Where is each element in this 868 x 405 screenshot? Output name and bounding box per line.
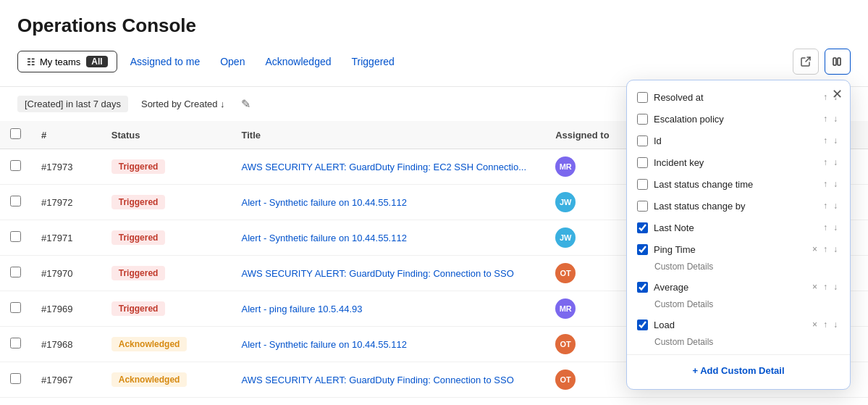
- sort-filter[interactable]: Sorted by Created ↓: [137, 96, 229, 112]
- column-picker-button[interactable]: [825, 49, 851, 75]
- popover-item: Last status change by↑↓: [627, 195, 850, 217]
- row-checkbox[interactable]: [10, 196, 21, 206]
- popover-arrows: ↑↓: [821, 135, 840, 146]
- move-up-button[interactable]: ↑: [821, 319, 830, 330]
- status-badge: Triggered: [111, 230, 166, 245]
- row-id: #17967: [31, 362, 101, 398]
- row-status: Triggered: [101, 149, 232, 185]
- move-up-button[interactable]: ↑: [821, 156, 830, 168]
- row-title[interactable]: AWS SECURITY ALERT: GuardDuty Finding: C…: [232, 256, 546, 291]
- triggered-tab[interactable]: Triggered: [345, 51, 402, 72]
- row-checkbox-cell: [0, 327, 31, 362]
- popover-item-label: Last Note: [654, 222, 815, 233]
- columns-icon: [832, 56, 843, 67]
- row-checkbox[interactable]: [10, 338, 21, 348]
- popover-close-button[interactable]: ✕: [832, 88, 843, 101]
- popover-item: Load×↑↓: [627, 314, 850, 335]
- row-title[interactable]: Alert - Synthetic failure on 10.44.55.11…: [232, 398, 546, 406]
- row-checkbox-cell: [0, 185, 31, 220]
- my-teams-filter-button[interactable]: ☷ My teams All: [17, 51, 117, 72]
- avatar: JW: [555, 227, 576, 248]
- row-id: #17966: [31, 398, 101, 406]
- move-up-button[interactable]: ↑: [821, 91, 830, 103]
- popover-subitem: Custom Details: [627, 260, 850, 276]
- popover-checkbox-9[interactable]: [637, 320, 648, 330]
- row-title[interactable]: Alert - Synthetic failure on 10.44.55.11…: [232, 185, 546, 220]
- svg-rect-1: [838, 58, 840, 65]
- avatar: MR: [555, 156, 576, 177]
- move-down-button[interactable]: ↓: [831, 200, 840, 212]
- move-down-button[interactable]: ↓: [831, 243, 840, 255]
- popover-item-label: Last status change by: [654, 201, 815, 212]
- move-up-button[interactable]: ↑: [821, 178, 830, 190]
- move-down-button[interactable]: ↓: [831, 281, 840, 293]
- popover-checkbox-2[interactable]: [637, 135, 648, 146]
- row-checkbox-cell: [0, 149, 31, 185]
- popover-item-label: Escalation policy: [654, 114, 815, 125]
- move-up-button[interactable]: ↑: [821, 113, 830, 125]
- popover-checkbox-3[interactable]: [637, 157, 648, 168]
- row-title[interactable]: AWS SECURITY ALERT: GuardDuty Finding: C…: [232, 362, 546, 398]
- add-custom-detail-button[interactable]: + Add Custom Detail: [627, 358, 850, 383]
- move-down-button[interactable]: ↓: [831, 319, 840, 330]
- move-up-button[interactable]: ↑: [821, 281, 830, 293]
- avatar: JW: [555, 192, 576, 212]
- row-checkbox[interactable]: [10, 267, 21, 277]
- row-checkbox[interactable]: [10, 302, 21, 313]
- popover-checkbox-4[interactable]: [637, 179, 648, 190]
- move-up-button[interactable]: ↑: [821, 222, 830, 233]
- move-down-button[interactable]: ↓: [831, 113, 840, 125]
- column-picker-popover: ✕ Resolved at↑↓Escalation policy↑↓Id↑↓In…: [626, 80, 851, 390]
- row-checkbox[interactable]: [10, 373, 21, 384]
- move-down-button[interactable]: ↓: [831, 178, 840, 190]
- row-title[interactable]: Alert - ping failure 10.5.44.93: [232, 291, 546, 327]
- popover-item: Incident key↑↓: [627, 151, 850, 173]
- row-checkbox-cell: [0, 398, 31, 406]
- status-badge: Acknowledged: [111, 337, 187, 351]
- popover-checkbox-5[interactable]: [637, 201, 648, 212]
- row-as: Ops Team Service 003 7 minutes: [646, 398, 868, 406]
- popover-item: Escalation policy↑↓: [627, 108, 850, 130]
- popover-checkbox-1[interactable]: [637, 114, 648, 125]
- popover-checkbox-6[interactable]: [637, 222, 648, 233]
- col-header-status: Status: [101, 121, 232, 149]
- select-all-checkbox[interactable]: [10, 128, 21, 139]
- row-title[interactable]: AWS SECURITY ALERT: GuardDuty Finding: E…: [232, 149, 546, 185]
- move-up-button[interactable]: ↑: [821, 200, 830, 212]
- move-down-button[interactable]: ↓: [831, 222, 840, 233]
- date-range-filter[interactable]: [Created] in last 7 days: [17, 96, 128, 112]
- popover-item-label: Load: [654, 320, 804, 330]
- remove-column-button[interactable]: ×: [810, 243, 819, 255]
- avatar: OT: [555, 263, 576, 283]
- popover-arrows: ↑↓: [821, 200, 840, 212]
- open-tab[interactable]: Open: [213, 51, 252, 72]
- assigned-to-me-tab[interactable]: Assigned to me: [123, 51, 208, 72]
- popover-arrows: ×↑↓: [810, 281, 840, 293]
- row-title[interactable]: Alert - Synthetic failure on 10.44.55.11…: [232, 220, 546, 256]
- edit-filter-button[interactable]: ✎: [238, 94, 253, 114]
- share-button[interactable]: [793, 49, 819, 75]
- popover-arrows: ×↑↓: [810, 243, 840, 255]
- popover-item-label: Average: [654, 282, 804, 293]
- popover-checkbox-8[interactable]: [637, 282, 648, 293]
- row-status: Acknowledged: [101, 362, 232, 398]
- row-checkbox[interactable]: [10, 231, 21, 242]
- move-down-button[interactable]: ↓: [831, 156, 840, 168]
- row-checkbox[interactable]: [10, 160, 21, 171]
- move-up-button[interactable]: ↑: [821, 243, 830, 255]
- table-row: #17966 Acknowledged Alert - Synthetic fa…: [0, 398, 868, 406]
- popover-checkbox-0[interactable]: [637, 92, 648, 103]
- acknowledged-tab[interactable]: Acknowledged: [258, 51, 338, 72]
- move-down-button[interactable]: ↓: [831, 135, 840, 146]
- popover-subitem: Custom Details: [627, 298, 850, 314]
- popover-arrows: ↑↓: [821, 222, 840, 233]
- svg-rect-0: [833, 58, 836, 65]
- popover-arrows: ↑↓: [821, 156, 840, 168]
- row-title[interactable]: Alert - Synthetic failure on 10.44.55.11…: [232, 327, 546, 362]
- move-up-button[interactable]: ↑: [821, 135, 830, 146]
- popover-checkbox-7[interactable]: [637, 244, 648, 255]
- remove-column-button[interactable]: ×: [810, 281, 819, 293]
- popover-arrows: ↑↓: [821, 178, 840, 190]
- remove-column-button[interactable]: ×: [810, 319, 819, 330]
- popover-item-label: Id: [654, 135, 815, 146]
